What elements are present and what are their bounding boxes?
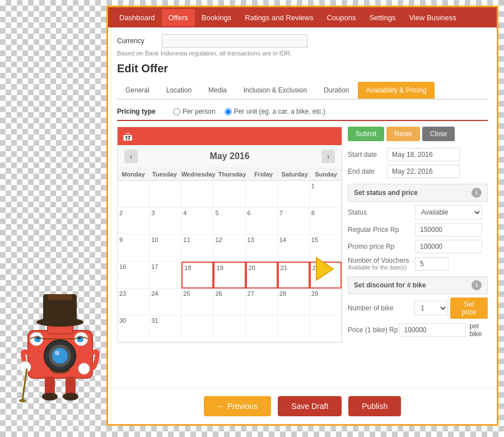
cal-cell[interactable] [213, 315, 245, 342]
status-select[interactable]: Available Unavailable [415, 205, 482, 220]
cal-cell-11[interactable]: 11 [181, 235, 213, 262]
cal-cell-25[interactable]: 25 [181, 289, 213, 315]
cal-cell-31[interactable]: 31 [150, 315, 181, 342]
cal-cell-6[interactable]: 6 [246, 208, 278, 235]
currency-label: Currency [117, 37, 162, 45]
start-date-input[interactable] [387, 148, 460, 161]
cal-cell-26[interactable]: 26 [213, 289, 245, 315]
cal-prev-btn[interactable]: ‹ [124, 150, 138, 163]
cal-cell-13[interactable]: 13 [246, 235, 278, 262]
price-bike-row: Price (1 bike) Rp per bike [348, 322, 488, 338]
tab-location[interactable]: Location [158, 82, 200, 99]
regular-price-input[interactable] [415, 223, 482, 236]
tab-media[interactable]: Media [200, 82, 235, 99]
cal-cell-19[interactable]: 19 [213, 262, 245, 289]
cal-cell-21[interactable]: 21 [278, 262, 310, 289]
cal-cell-2[interactable]: 2 [118, 208, 150, 235]
section-badge-1: i [472, 188, 482, 198]
promo-price-input[interactable] [415, 240, 482, 253]
publish-button[interactable]: Publish [348, 396, 401, 416]
nav-settings[interactable]: Settings [362, 9, 402, 26]
nav-ratings[interactable]: Ratings and Reviews [238, 9, 320, 26]
main-body: 📅 ‹ May 2016 › Monday Tuesday Wednesday … [117, 127, 488, 343]
cal-cell-10[interactable]: 10 [150, 235, 181, 262]
set-price-button[interactable]: Set price [450, 297, 488, 319]
svg-line-23 [22, 369, 27, 401]
discount-section-header: Set discount for # bike i [348, 276, 488, 294]
cal-cell-9[interactable]: 9 [118, 235, 150, 262]
cal-cell-14[interactable]: 14 [278, 235, 310, 262]
cal-cell-4[interactable]: 4 [181, 208, 213, 235]
cal-cell-12[interactable]: 12 [213, 235, 245, 262]
status-row: Status Available Unavailable [348, 205, 488, 220]
reset-button[interactable]: Reset [386, 127, 419, 141]
save-draft-button[interactable]: Save Draft [278, 396, 342, 416]
cal-cell-1[interactable]: 1 [310, 181, 342, 208]
nav-offers[interactable]: Offers [162, 9, 195, 26]
regular-price-label: Regular Price Rp [348, 226, 415, 234]
cal-cell[interactable] [278, 315, 310, 342]
cal-cell-3[interactable]: 3 [150, 208, 181, 235]
cal-cell-8[interactable]: 8 [310, 208, 342, 235]
cal-cell-20[interactable]: 20 [246, 262, 278, 289]
cal-cell[interactable] [150, 181, 181, 208]
cal-cell[interactable] [310, 315, 342, 342]
bottom-bar: ← Previous Save Draft Publish [108, 388, 497, 424]
price-bike-input[interactable] [399, 323, 466, 337]
per-person-radio[interactable] [173, 108, 180, 115]
cal-cell-5[interactable]: 5 [213, 208, 245, 235]
regular-price-row: Regular Price Rp [348, 223, 488, 236]
cal-cell-16[interactable]: 16 [118, 262, 150, 289]
close-button[interactable]: Close [422, 127, 455, 141]
nav-coupons[interactable]: Coupons [320, 9, 362, 26]
nav-bookings[interactable]: Bookings [195, 9, 238, 26]
cal-cell-29[interactable]: 29 [310, 289, 342, 315]
cal-cell-23[interactable]: 23 [118, 289, 150, 315]
cal-toolbar: 📅 [118, 127, 342, 145]
cal-cell-27[interactable]: 27 [246, 289, 278, 315]
cal-cell[interactable] [213, 181, 245, 208]
cal-cell[interactable] [181, 315, 213, 342]
svg-point-22 [63, 393, 78, 401]
pricing-per-unit[interactable]: Per unit (eg. a car, a bike, etc.) [225, 108, 325, 115]
cal-cell[interactable] [118, 181, 150, 208]
promo-price-label: Promo price Rp [348, 243, 415, 250]
cal-cell-7[interactable]: 7 [278, 208, 310, 235]
status-label: Status [348, 208, 415, 216]
cal-cell-18[interactable]: 18 [181, 262, 213, 289]
previous-button[interactable]: ← Previous [204, 396, 271, 416]
tab-availability-pricing[interactable]: Availability & Pricing [358, 82, 435, 99]
currency-input[interactable] [162, 34, 307, 48]
price-bike-label: Price (1 bike) Rp [348, 326, 399, 334]
cal-cell[interactable] [278, 181, 310, 208]
cal-cell-28[interactable]: 28 [278, 289, 310, 315]
nav-view-business[interactable]: View Business [402, 9, 463, 26]
mascot [17, 275, 104, 403]
nav-dashboard[interactable]: Dashboard [113, 9, 162, 26]
cal-grid: 1 2 3 4 5 6 7 8 9 10 11 12 13 14 15 [118, 181, 342, 342]
tab-inclusion[interactable]: Inclusion & Exclusion [235, 82, 315, 99]
tab-general[interactable]: General [117, 82, 158, 99]
num-bike-select[interactable]: 123 [414, 301, 448, 315]
num-vouchers-labels: Number of Vouchers Available for the dat… [348, 257, 415, 271]
cal-cell[interactable] [246, 181, 278, 208]
end-date-row: End date [348, 165, 488, 178]
num-vouchers-input[interactable] [415, 257, 449, 271]
num-vouchers-sub: Available for the date(s) [348, 264, 415, 271]
cal-cell[interactable] [246, 315, 278, 342]
cal-cell-24[interactable]: 24 [150, 289, 181, 315]
cal-cell[interactable] [181, 181, 213, 208]
tabs-bar: General Location Media Inclusion & Exclu… [117, 82, 488, 100]
end-date-input[interactable] [387, 165, 460, 178]
cal-cell-17[interactable]: 17 [150, 262, 181, 289]
per-unit-radio[interactable] [225, 108, 232, 115]
per-bike-label: per bike [469, 322, 488, 338]
cal-cell-30[interactable]: 30 [118, 315, 150, 342]
page-content: Currency Based on Bank Indonesia regulat… [108, 27, 497, 350]
pricing-per-person[interactable]: Per person [173, 108, 216, 115]
submit-button[interactable]: Submit [348, 127, 384, 141]
cal-header-fri: Friday [248, 168, 279, 180]
num-bike-row: Number of bike 123 Set price [348, 297, 488, 319]
tab-duration[interactable]: Duration [315, 82, 357, 99]
cal-next-btn[interactable]: › [321, 150, 335, 163]
